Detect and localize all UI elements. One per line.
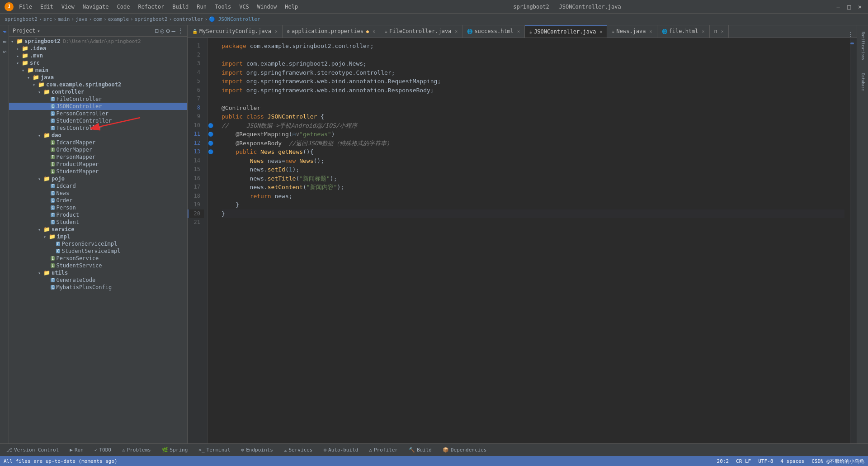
tree-mvn[interactable]: ▸ 📁 .mvn (9, 52, 187, 59)
tree-mybatis-plus-config[interactable]: C MybatisPlusConfig (9, 284, 187, 291)
tree-controller[interactable]: ▾ 📁 controller (9, 88, 187, 95)
expand-controller[interactable]: ▾ (38, 90, 43, 95)
code-editor[interactable]: 1 2 3 4 5 6 7 8 9 10 11 12 13 14 15 16 1 (188, 38, 857, 443)
tab-close-mysecurity[interactable]: × (275, 29, 278, 34)
breadcrumb-controller[interactable]: controller (173, 16, 203, 22)
tree-java[interactable]: ▾ 📁 java (9, 74, 187, 81)
tab-n[interactable]: n × (710, 25, 729, 38)
tree-student-mapper[interactable]: I StudentMapper (9, 168, 187, 175)
tree-impl[interactable]: ▾ 📁 impl (9, 233, 187, 240)
settings-icon[interactable]: ⚙ (166, 27, 170, 34)
tree-student[interactable]: C Student (9, 219, 187, 226)
tool-services[interactable]: ☁ Services (281, 446, 316, 454)
tool-todo[interactable]: ✓ TODO (92, 446, 114, 454)
menu-navigate[interactable]: Navigate (81, 3, 111, 11)
tab-close-filecontroller[interactable]: × (455, 29, 458, 34)
tab-close-news[interactable]: × (650, 29, 652, 34)
panel-dropdown-icon[interactable]: ▾ (38, 29, 40, 33)
expand-package[interactable]: ▾ (33, 82, 38, 87)
tree-order[interactable]: C Order (9, 197, 187, 204)
tab-file-html[interactable]: 🌐 file.html × (657, 25, 710, 38)
tool-terminal[interactable]: >_ Terminal (196, 446, 233, 454)
notifications-tab[interactable]: Notifications (858, 28, 867, 64)
tree-person-service[interactable]: I PersonService (9, 255, 187, 262)
tree-idcard-mapper[interactable]: I IdcardMapper (9, 139, 187, 146)
tree-test-controller[interactable]: C TestController (9, 124, 187, 132)
expand-idea[interactable]: ▸ (16, 46, 22, 51)
menu-help[interactable]: Help (283, 3, 300, 11)
tab-success[interactable]: 🌐 success.html × (462, 25, 525, 38)
database-tab[interactable]: Database (858, 64, 867, 100)
breadcrumb-com[interactable]: com (93, 16, 102, 22)
tree-person-mapper[interactable]: I PersonMapper (9, 153, 187, 161)
bookmarks-icon[interactable]: B (0, 38, 9, 47)
tree-student-service[interactable]: I StudentService (9, 262, 187, 269)
tab-close-jsoncontroller[interactable]: × (599, 29, 602, 34)
expand-utils[interactable]: ▾ (38, 271, 43, 276)
menu-vcs[interactable]: VCS (237, 3, 251, 11)
tree-root[interactable]: ▾ 📁 springboot2 D:\Users\Admin\springboo… (9, 38, 187, 45)
tab-close-n[interactable]: × (721, 29, 724, 34)
tool-problems[interactable]: ⚠ Problems (119, 446, 154, 454)
tab-news[interactable]: ☕ News.java × (607, 25, 657, 38)
menu-tools[interactable]: Tools (213, 3, 233, 11)
menu-edit[interactable]: Edit (38, 3, 55, 11)
tool-dependencies[interactable]: 📦 Dependencies (440, 446, 489, 454)
tab-jsoncontroller[interactable]: ☕ JSONController.java × (525, 25, 607, 38)
tree-product[interactable]: C Product (9, 211, 187, 219)
expand-src[interactable]: ▾ (16, 61, 22, 66)
tree-order-mapper[interactable]: I OrderMapper (9, 146, 187, 153)
tool-version-control[interactable]: ⎇ Version Control (4, 446, 61, 454)
menu-file[interactable]: File (17, 3, 34, 11)
locate-icon[interactable]: ◎ (160, 27, 164, 34)
code-content[interactable]: package com.example.springboot2.controll… (216, 38, 850, 443)
tree-main[interactable]: ▾ 📁 main (9, 67, 187, 74)
tree-file-controller[interactable]: C FileController (9, 95, 187, 103)
tree-person-controller[interactable]: C PersonController (9, 110, 187, 117)
tree-generate-code[interactable]: C GenerateCode (9, 276, 187, 284)
tab-close-application[interactable]: × (373, 29, 375, 34)
tab-close-file-html[interactable]: × (702, 29, 705, 34)
tree-news[interactable]: C News (9, 190, 187, 197)
tree-package[interactable]: ▾ 📁 com.example.springboot2 (9, 81, 187, 88)
tab-close-success[interactable]: × (517, 29, 520, 34)
expand-service[interactable]: ▾ (38, 227, 43, 232)
collapse-all-icon[interactable]: ⊟ (155, 27, 158, 34)
expand-main[interactable]: ▾ (22, 68, 27, 73)
menu-build[interactable]: Build (170, 3, 190, 11)
tree-product-mapper[interactable]: I ProductMapper (9, 161, 187, 168)
options-icon[interactable]: ⋮ (177, 27, 184, 34)
breadcrumb-springboot2[interactable]: springboot2 (5, 16, 38, 22)
tree-student-controller[interactable]: C StudentController (9, 117, 187, 124)
expand-root[interactable]: ▾ (11, 39, 16, 44)
tool-auto-build[interactable]: ⚙ Auto-build (321, 446, 361, 454)
expand-java[interactable]: ▾ (27, 75, 33, 80)
expand-pojo[interactable]: ▾ (38, 176, 43, 181)
structure-icon[interactable]: S (0, 48, 9, 57)
tree-src[interactable]: ▾ 📁 src (9, 59, 187, 67)
tool-endpoints[interactable]: ⊕ Endpoints (239, 446, 276, 454)
tool-spring[interactable]: 🌿 Spring (159, 446, 191, 454)
hide-icon[interactable]: — (172, 27, 175, 34)
tree-idcard[interactable]: C Idcard (9, 182, 187, 190)
breadcrumb-springboot2-pkg[interactable]: springboot2 (135, 16, 168, 22)
tree-dao[interactable]: ▾ 📁 dao (9, 132, 187, 139)
tree-json-controller[interactable]: C JSONController (9, 103, 187, 110)
project-icon[interactable]: P (0, 28, 9, 37)
expand-mvn[interactable]: ▸ (16, 53, 22, 58)
breadcrumb-src[interactable]: src (43, 16, 52, 22)
minimize-button[interactable]: − (835, 3, 842, 10)
menu-code[interactable]: Code (115, 3, 132, 11)
tool-build[interactable]: 🔨 Build (406, 446, 434, 454)
breadcrumb-main[interactable]: main (58, 16, 70, 22)
tool-profiler[interactable]: △ Profiler (366, 446, 401, 454)
breadcrumb-class[interactable]: 🔵 JSONController (209, 16, 260, 22)
menu-window[interactable]: Window (255, 3, 278, 11)
breadcrumb-example[interactable]: example (108, 16, 129, 22)
maximize-button[interactable]: □ (845, 3, 853, 10)
expand-dao[interactable]: ▾ (38, 133, 43, 138)
tool-run[interactable]: ▶ Run (67, 446, 86, 454)
tree-utils[interactable]: ▾ 📁 utils (9, 269, 187, 276)
tab-options-icon[interactable]: ⋮ (848, 31, 853, 38)
menu-view[interactable]: View (60, 3, 76, 11)
